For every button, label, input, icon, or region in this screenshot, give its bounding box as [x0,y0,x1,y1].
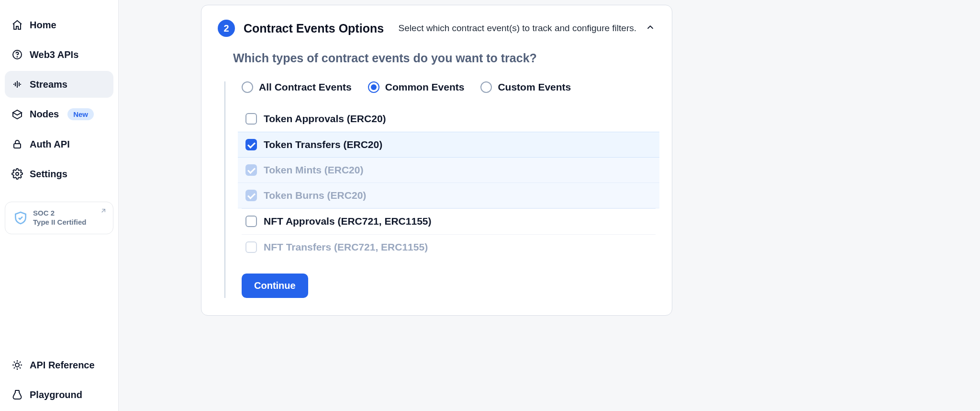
sidebar-item-web3apis[interactable]: Web3 APIs [5,41,113,68]
contract-events-card: 2 Contract Events Options Select which c… [201,5,672,316]
check-token-transfers-erc20[interactable]: Token Transfers (ERC20) [238,132,659,158]
check-nft-approvals[interactable]: NFT Approvals (ERC721, ERC1155) [242,208,656,234]
svg-point-1 [17,57,18,57]
card-title: Contract Events Options [244,22,384,35]
common-events-list: Token Approvals (ERC20) Token Transfers … [242,106,656,260]
event-type-radios: All Contract Events Common Events Custom… [242,81,656,93]
lock-icon [11,138,23,150]
checkbox-label: Token Transfers (ERC20) [264,139,382,150]
sidebar-item-api-reference[interactable]: API Reference [5,352,113,378]
sidebar-item-label: Streams [30,79,67,90]
check-token-burns-erc20[interactable]: Token Burns (ERC20) [238,183,659,208]
radio-input [242,81,253,93]
sidebar-item-label: Settings [30,169,67,180]
gear-icon [11,168,23,180]
radio-common-events[interactable]: Common Events [368,81,465,93]
sidebar-item-label: Web3 APIs [30,49,78,60]
main-content: 2 Contract Events Options Select which c… [119,0,980,411]
radio-input [368,81,379,93]
card-header: 2 Contract Events Options Select which c… [218,20,656,37]
sidebar-item-label: Home [30,20,56,31]
api-reference-icon [11,359,23,371]
sidebar-item-nodes[interactable]: Nodes New [5,101,113,128]
sidebar-item-label: Playground [30,389,82,400]
radio-custom-events[interactable]: Custom Events [480,81,571,93]
radio-input [480,81,492,93]
sidebar-item-authapi[interactable]: Auth API [5,131,113,158]
checkbox-input [245,216,257,227]
sidebar-bottom: API Reference Playground [5,352,113,408]
radio-label: Custom Events [498,81,571,93]
new-badge: New [67,108,94,120]
sidebar-item-home[interactable]: Home [5,11,113,38]
sidebar-item-label: Nodes [30,109,59,120]
streams-icon [11,79,23,90]
checkbox-input [245,139,257,150]
options-block: All Contract Events Common Events Custom… [224,81,656,298]
card-subtitle: Select which contract event(s) to track … [399,23,636,34]
sidebar-item-label: API Reference [30,360,95,371]
sidebar-item-settings[interactable]: Settings [5,160,113,187]
sidebar-nav: Home Web3 APIs Streams Nodes New A [5,11,113,234]
collapse-toggle[interactable] [645,22,656,34]
check-token-approvals-erc20[interactable]: Token Approvals (ERC20) [242,106,656,132]
checkbox-label: NFT Transfers (ERC721, ERC1155) [264,241,428,253]
svg-rect-2 [14,144,21,148]
checkbox-input [245,190,257,201]
svg-point-4 [15,363,19,367]
soc2-card[interactable]: SOC 2 Type II Certified [5,202,113,234]
check-nft-transfers[interactable]: NFT Transfers (ERC721, ERC1155) [242,234,656,260]
external-link-icon [100,207,107,217]
soc2-line2: Type II Certified [33,218,86,227]
soc2-line1: SOC 2 [33,209,86,218]
svg-point-3 [16,172,19,175]
soc2-text: SOC 2 Type II Certified [33,209,86,227]
checkbox-input [245,164,257,176]
checkbox-input [245,113,257,125]
section-question: Which types of contract events do you wa… [233,51,656,65]
continue-button[interactable]: Continue [242,274,308,298]
checkbox-label: NFT Approvals (ERC721, ERC1155) [264,216,432,227]
nodes-icon [11,109,23,120]
radio-all-contract-events[interactable]: All Contract Events [242,81,352,93]
step-badge: 2 [218,20,235,37]
checkbox-label: Token Mints (ERC20) [264,164,363,176]
home-icon [11,19,23,31]
check-token-mints-erc20[interactable]: Token Mints (ERC20) [238,158,659,183]
sidebar-item-playground[interactable]: Playground [5,381,113,408]
sidebar-item-label: Auth API [30,139,70,150]
checkbox-label: Token Approvals (ERC20) [264,113,386,125]
playground-icon [11,389,23,400]
radio-label: All Contract Events [259,81,352,93]
step-number: 2 [223,23,229,34]
sidebar-item-streams[interactable]: Streams [5,71,113,98]
checkbox-input [245,241,257,253]
web3-apis-icon [11,49,23,60]
radio-label: Common Events [385,81,465,93]
sidebar: Home Web3 APIs Streams Nodes New A [0,0,119,411]
shield-check-icon [13,210,28,226]
chevron-up-icon [645,22,656,33]
checkbox-label: Token Burns (ERC20) [264,190,366,201]
